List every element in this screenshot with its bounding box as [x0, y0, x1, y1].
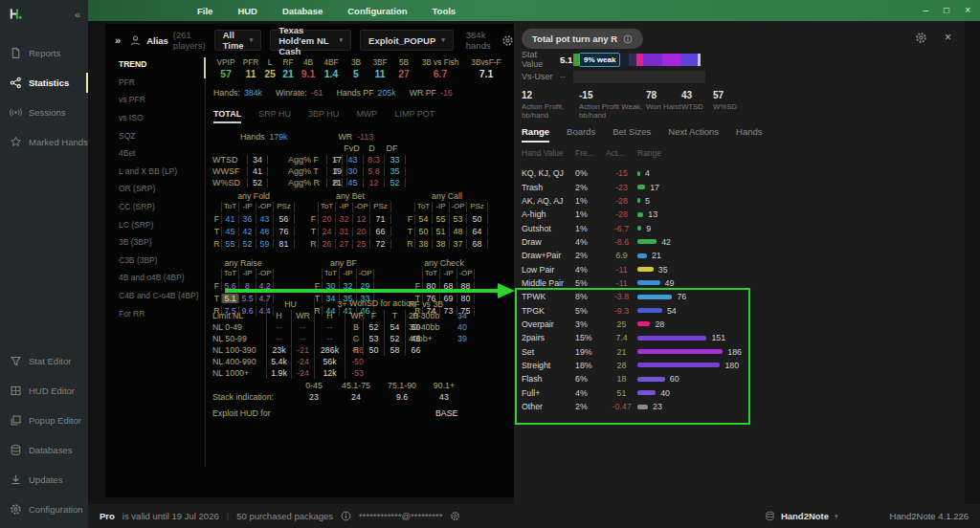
range-row-2pairs[interactable]: 2pairs15%7.4151	[522, 331, 961, 344]
game-filter-dropdown[interactable]: Texas Hold'em NL Cash▾	[270, 30, 351, 51]
tab-limp-pot[interactable]: LIMP POT	[394, 109, 434, 123]
range-bar	[637, 349, 723, 354]
range-col-header: Fre...	[575, 148, 606, 158]
stat-row: R38383768	[406, 237, 488, 250]
range-row-full[interactable]: Full+4%5140	[522, 386, 961, 400]
sidebar-item-reports[interactable]: Reports	[0, 38, 88, 68]
range-row-ak-aq-aj[interactable]: AK, AQ, AJ1%-285	[522, 194, 961, 208]
tab-3bp-hu[interactable]: 3BP HU	[308, 109, 339, 123]
menu-item-database[interactable]: Database	[282, 6, 323, 16]
menu-item-file[interactable]: File	[197, 6, 212, 16]
range-bar	[637, 321, 650, 326]
range-count: 9	[646, 224, 651, 233]
tab-bet-sizes[interactable]: Bet Sizes	[612, 126, 651, 143]
stats-nav-item-for-rr[interactable]: For RR	[107, 304, 205, 322]
stat-header-label: 3B	[344, 57, 368, 67]
sidebar-item-stat-editor[interactable]: Stat Editor	[0, 346, 88, 376]
stats-nav-item-lc-srp[interactable]: LC (SRP)	[107, 215, 205, 233]
tab-hands[interactable]: Hands	[736, 126, 762, 143]
range-row-other[interactable]: Other2%-0.4723	[522, 400, 961, 413]
sidebar-collapse-button[interactable]: «	[75, 9, 80, 20]
stats-nav-item-trend[interactable]: TREND	[107, 55, 205, 74]
popup-filter-dropdown[interactable]: Exploit_POPUP▾	[360, 30, 454, 51]
stat-distribution-bar[interactable]: 9% weak	[573, 54, 701, 66]
range-row-streight[interactable]: Streight18%28180	[522, 359, 961, 372]
sidebar-item-statistics[interactable]: Statistics	[0, 68, 88, 98]
menu-item-hud[interactable]: HUD	[237, 6, 257, 16]
time-filter-dropdown[interactable]: All Time▾	[214, 30, 262, 51]
close-icon[interactable]: ×	[965, 6, 970, 15]
tab-mwp[interactable]: MWP	[356, 109, 377, 123]
range-row-draw-pair[interactable]: Draw+Pair2%6.921	[522, 249, 961, 262]
panel-close-icon[interactable]: ×	[945, 31, 951, 44]
stats-nav-item-3b-3bp[interactable]: 3B (3BP)	[107, 233, 205, 252]
total-hands-value: 179k	[269, 132, 287, 142]
range-row-low-pair[interactable]: Low Pair4%-1135	[522, 262, 961, 275]
sidebar-item-sessions[interactable]: Sessions	[0, 98, 88, 127]
range-row-set[interactable]: Set19%21186	[522, 344, 961, 358]
sidebar-item-marked-hands[interactable]: Marked Hands	[0, 127, 88, 157]
range-count: 76	[677, 292, 686, 301]
stats-nav-item-c4b-and-c-o4b-4bp[interactable]: C4B and C-o4B (4BP)	[107, 287, 205, 305]
range-row-tpwk[interactable]: TPWK8%-3.876	[522, 290, 961, 303]
vs-user-value: --	[560, 72, 573, 81]
stat-table-title: any Call	[406, 191, 488, 202]
panel-gear-icon[interactable]	[915, 32, 927, 44]
range-row-overpair[interactable]: Overpair3%2528	[522, 318, 961, 331]
stats-nav-item-or-srp[interactable]: OR (SRP)	[107, 180, 205, 198]
range-row-flash[interactable]: Flash6%1860	[522, 372, 961, 385]
tab-next-actions[interactable]: Next Actions	[668, 126, 719, 143]
sidebar-item-hud-editor[interactable]: HUD Editor	[0, 376, 88, 406]
total-wr-value: -113	[357, 132, 373, 142]
info-icon[interactable]	[341, 511, 351, 521]
sidebar-item-updates[interactable]: Updates	[0, 465, 88, 495]
database-selector[interactable]: Hand2Note	[781, 511, 829, 521]
sidebar-item-popup-editor[interactable]: Popup Editor	[0, 406, 88, 435]
account-gear-icon[interactable]	[450, 511, 460, 521]
stats-nav-item-vs-iso[interactable]: vs ISO	[107, 109, 205, 127]
tab-srp-hu[interactable]: SRP HU	[258, 109, 291, 123]
stats-nav-item-4b-and-o4b-4bp[interactable]: 4B and o4B (4BP)	[107, 269, 205, 287]
range-row-middle-pair[interactable]: Middle Pair5%-1149	[522, 276, 961, 290]
range-row-draw[interactable]: Draw4%-8.642	[522, 235, 961, 249]
stat-row: F54555350	[406, 212, 488, 225]
chevron-down-icon: ▾	[250, 36, 254, 44]
toolbar-gear-icon[interactable]	[501, 34, 514, 47]
sidebar-item-label: Reports	[29, 48, 60, 58]
minimize-icon[interactable]: –	[924, 6, 929, 15]
stat-table-title: any Check	[413, 258, 475, 269]
stats-nav-item-vs-pfr[interactable]: vs PFR	[107, 91, 205, 109]
stats-nav-item-sqz[interactable]: SQZ	[107, 126, 205, 144]
range-row-trash[interactable]: Trash2%-2317	[522, 180, 961, 193]
hand-value-label: Draw	[522, 237, 575, 247]
maximize-icon[interactable]: □	[944, 6, 949, 15]
range-row-gutshot[interactable]: Gutshot1%-6.79	[522, 221, 961, 234]
expand-panel-button[interactable]: »	[115, 34, 121, 46]
menu-item-configuration[interactable]: Configuration	[347, 6, 407, 16]
action-value: -3.8	[606, 292, 637, 301]
stat-row: T24312066	[309, 225, 391, 237]
stats-nav-item-c3b-3bp[interactable]: C3B (3BP)	[107, 252, 205, 270]
menu-item-tools[interactable]: Tools	[432, 6, 456, 16]
sidebar-item-databases[interactable]: Databases	[0, 435, 88, 465]
alias-selector[interactable]: Alias (261 players)	[129, 30, 206, 51]
tab-boards[interactable]: Boards	[567, 126, 595, 143]
range-row-a-high[interactable]: A-high1%-2813	[522, 208, 961, 221]
stats-nav-item-l-and-x-bb-lp[interactable]: L and X BB (LP)	[107, 163, 205, 181]
range-row-tpgk[interactable]: TPGK5%-9.354	[522, 303, 961, 317]
sidebar-item-configuration[interactable]: Configuration	[0, 495, 88, 524]
stat-table-title: any Raise	[212, 258, 274, 269]
range-count: 23	[653, 402, 662, 411]
sidebar-item-label: Popup Editor	[29, 415, 81, 426]
action-value: 28	[606, 361, 637, 370]
stat-row: T45424876	[212, 225, 295, 237]
stats-nav-item-pfr[interactable]: PFR	[107, 74, 205, 92]
range-row-kq-kj-qj[interactable]: KQ, KJ, QJ0%-154	[522, 166, 961, 180]
stats-nav-item-cc-srp[interactable]: CC (SRP)	[107, 198, 205, 216]
info-icon[interactable]	[623, 34, 633, 44]
tab-range[interactable]: Range	[522, 126, 549, 143]
tab-total[interactable]: TOTAL	[213, 109, 241, 123]
popup-editor-icon	[10, 414, 22, 427]
stat-name-pill[interactable]: Total pot turn any R	[522, 29, 643, 49]
stats-nav-item-4bet[interactable]: 4Bet	[107, 144, 205, 163]
